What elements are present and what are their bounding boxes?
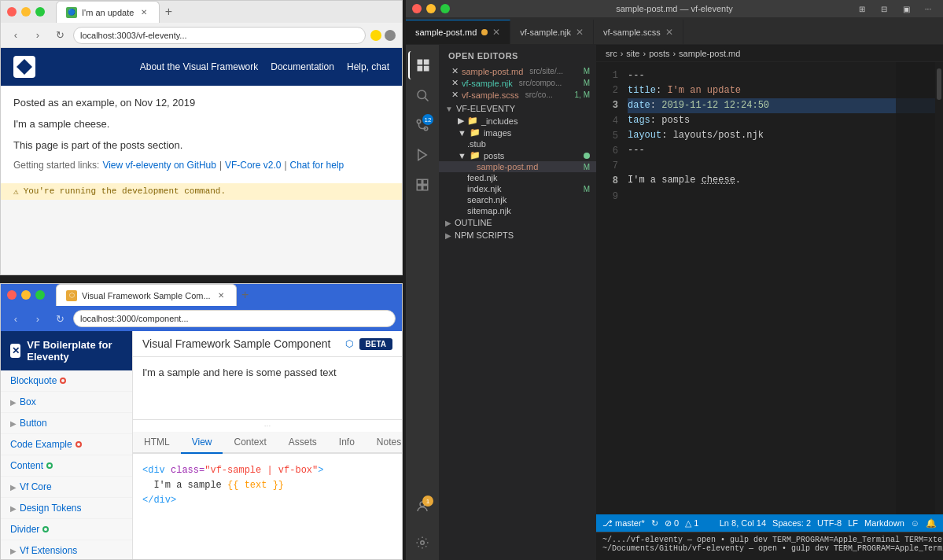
vscode-tab-vf-sample-njk[interactable]: vf-sample.njk ✕	[510, 20, 594, 44]
external-link-icon[interactable]: ⬡	[345, 338, 353, 349]
bottom-address-bar[interactable]: localhost:3000/component...	[73, 310, 396, 327]
bottom-active-tab[interactable]: ⬡ Visual Framework Sample Com... ✕	[56, 284, 237, 306]
tab-close-icon[interactable]: ✕	[492, 27, 500, 38]
vscode-minimize[interactable]	[426, 4, 436, 13]
debug-icon[interactable]	[408, 141, 437, 169]
explorer-icon[interactable]	[408, 51, 437, 79]
editor-scrollbar[interactable]	[935, 62, 943, 514]
close-button[interactable]	[7, 7, 17, 17]
vf-sidebar-close[interactable]: ✕	[10, 344, 20, 358]
sync-item[interactable]: ↻	[651, 518, 658, 529]
line-ending-item[interactable]: LF	[848, 518, 858, 529]
svg-marker-4	[418, 149, 427, 160]
extensions-icon[interactable]	[385, 30, 396, 41]
sidebar-item-button[interactable]: ▶ Button	[1, 413, 132, 434]
vscode-maximize[interactable]	[440, 4, 450, 13]
vscode-more-button[interactable]: ···	[919, 2, 937, 15]
bottom-minimize-button[interactable]	[21, 290, 31, 300]
file-stub[interactable]: .stub	[439, 138, 596, 149]
link-chat[interactable]: Chat for help	[290, 158, 344, 173]
address-bar[interactable]: localhost:3003/vf-eleventy...	[73, 27, 366, 44]
tab-close-icon[interactable]: ✕	[665, 27, 673, 38]
bottom-maximize-button[interactable]	[35, 290, 45, 300]
vscode-tab-vf-sample-scss[interactable]: vf-sample.scss ✕	[594, 20, 683, 44]
bottom-forward-button[interactable]: ›	[29, 310, 46, 327]
encoding-item[interactable]: UTF-8	[817, 518, 842, 529]
vf-eleventy-section[interactable]: ▼ VF-ELEVENTY	[439, 102, 596, 115]
nav-about[interactable]: About the Visual Framework	[140, 61, 259, 72]
line-num-4: 4	[596, 114, 618, 129]
vscode-split-button[interactable]: ⊞	[853, 2, 871, 15]
reload-button[interactable]: ↻	[51, 27, 68, 44]
sidebar-item-divider[interactable]: Divider	[1, 519, 132, 540]
sidebar-item-blockquote[interactable]: Blockquote	[1, 370, 132, 392]
tab-assets[interactable]: Assets	[278, 432, 328, 454]
file-search-njk[interactable]: search.njk	[439, 194, 596, 205]
bottom-new-tab[interactable]: +	[237, 286, 254, 304]
tab-view[interactable]: View	[181, 432, 223, 454]
notifications-item[interactable]: 🔔	[926, 518, 937, 529]
bottom-reload-button[interactable]: ↻	[51, 310, 68, 327]
git-branch-item[interactable]: ⎇ master*	[602, 518, 645, 529]
sidebar-item-design-tokens[interactable]: ▶ Design Tokens	[1, 498, 132, 519]
file-sitemap-njk[interactable]: sitemap.njk	[439, 205, 596, 216]
bottom-tab-close[interactable]: ✕	[215, 290, 227, 301]
folder-images[interactable]: ▼ 📁 images	[439, 127, 596, 138]
sidebar-label: Vf Core	[20, 481, 52, 492]
tab-context[interactable]: Context	[223, 432, 277, 454]
search-icon[interactable]	[408, 81, 437, 109]
vscode-layout-button[interactable]: ⊟	[875, 2, 893, 15]
tab-close-icon[interactable]: ✕	[576, 27, 584, 38]
tab-close-button[interactable]: ✕	[138, 7, 149, 18]
new-tab-button[interactable]: +	[160, 3, 177, 20]
errors-item[interactable]: ⊘ 0	[665, 518, 679, 529]
sidebar-item-content[interactable]: Content	[1, 455, 132, 477]
back-button[interactable]: ‹	[7, 27, 24, 44]
nav-help[interactable]: Help, chat	[347, 61, 389, 72]
link-vfcore[interactable]: VF-Core v2.0	[225, 158, 281, 173]
settings-icon[interactable]	[408, 529, 437, 557]
warnings-item[interactable]: △ 1	[685, 518, 698, 529]
outline-section[interactable]: ▶ OUTLINE	[439, 216, 596, 229]
spaces-item[interactable]: Spaces: 2	[772, 518, 811, 529]
link-github[interactable]: View vf-eleventy on GitHub	[102, 158, 216, 173]
source-control-icon[interactable]: 12	[408, 111, 437, 139]
sidebar-item-box[interactable]: ▶ Box	[1, 392, 132, 413]
open-file-vf-sample-njk[interactable]: ✕ vf-sample.njk src/compo... M	[439, 77, 596, 89]
open-file-sample-post[interactable]: ✕ sample-post.md src/site/... M	[439, 65, 596, 77]
sidebar-item-code-example[interactable]: Code Example	[1, 434, 132, 455]
accounts-icon[interactable]: 1	[408, 492, 437, 521]
extensions-icon[interactable]	[408, 171, 437, 199]
browser-tab-active[interactable]: 🔵 I'm an update ✕	[56, 1, 160, 23]
bottom-back-button[interactable]: ‹	[7, 310, 24, 327]
maximize-button[interactable]	[35, 7, 45, 17]
tab-info[interactable]: Info	[328, 432, 366, 454]
sidebar-label: Vf Extensions	[20, 545, 77, 556]
forward-button[interactable]: ›	[29, 27, 46, 44]
bookmark-icon[interactable]	[370, 30, 381, 41]
folder-posts[interactable]: ▼ 📁 posts	[439, 149, 596, 161]
vscode-panel-button[interactable]: ▣	[897, 2, 915, 15]
sidebar-item-vf-core[interactable]: ▶ Vf Core	[1, 477, 132, 498]
tab-html[interactable]: HTML	[133, 432, 181, 454]
line-col-item[interactable]: Ln 8, Col 14	[720, 518, 766, 529]
bottom-close-button[interactable]	[7, 290, 17, 300]
sidebar-item-vf-extensions[interactable]: ▶ Vf Extensions	[1, 540, 132, 559]
folder-includes[interactable]: ▶ 📁 _includes	[439, 115, 596, 127]
file-index-njk[interactable]: index.njk M	[439, 183, 596, 194]
open-file-vf-sample-scss[interactable]: ✕ vf-sample.scss src/co... 1, M	[439, 89, 596, 101]
file-sample-post[interactable]: sample-post.md M	[439, 161, 596, 172]
file-feed-njk[interactable]: feed.njk	[439, 172, 596, 183]
vscode-close[interactable]	[412, 4, 422, 13]
smiley-item[interactable]: ☺	[911, 518, 919, 529]
nav-docs[interactable]: Documentation	[271, 61, 334, 72]
line-num-5: 5	[596, 129, 618, 144]
vscode-tab-sample-post[interactable]: sample-post.md ✕	[406, 20, 510, 44]
minimize-button[interactable]	[21, 7, 31, 17]
top-browser-titlebar: 🔵 I'm an update ✕ +	[1, 1, 402, 23]
tab-notes[interactable]: Notes	[366, 432, 402, 454]
vf-sidebar-title: VF Boilerplate for Eleventy	[27, 339, 123, 363]
language-item[interactable]: Markdown	[864, 518, 904, 529]
npm-scripts-section[interactable]: ▶ NPM SCRIPTS	[439, 229, 596, 241]
dev-warning-bar: ⚠ You're running the development command…	[1, 183, 402, 200]
